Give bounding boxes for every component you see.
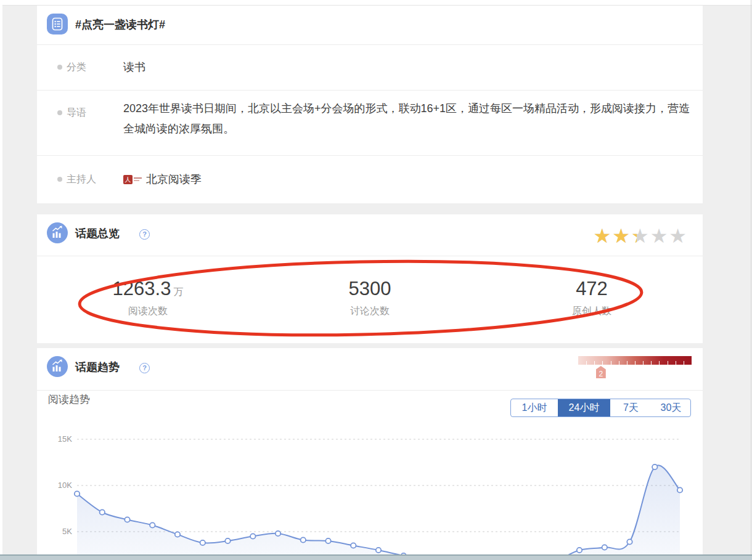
overview-help-icon[interactable]: ? [139,229,150,240]
trend-card-header: 话题趋势 ? 2 [37,348,703,387]
gauge-tick-icon [668,361,668,365]
lead-label: 导语 [67,107,86,120]
discussions-label: 讨论次数 [259,305,481,318]
stat-originals: 472 原创人数 [481,256,703,343]
data-point-marker [652,465,657,469]
data-point-marker [175,532,180,537]
data-point-marker [75,491,80,496]
data-point-marker [150,522,155,527]
seal-text-lines-icon [134,177,142,181]
data-point-marker [301,537,306,542]
gauge-tick-icon [602,361,603,365]
chart-stats-icon [47,222,68,243]
lead-text: 2023年世界读书日期间，北京以主会场+分会场的形式，联动16+1区，通过每区一… [123,99,695,139]
host-name[interactable]: 北京阅读季 [146,172,202,187]
originals-label: 原创人数 [481,305,703,318]
overview-title: 话题总览 [75,214,120,253]
gauge-tick-icon [676,361,676,365]
stat-discussions: 5300 讨论次数 [259,256,481,343]
topic-trend-card: 话题趋势 ? 2 阅读趋势 1小时 24小时 7天 30天 5K10K15K [37,348,703,560]
gauge-tick-icon [684,361,684,365]
chart-trend-icon [47,356,68,377]
stat-reads: 1263.3万 阅读次数 [37,256,259,343]
topic-list-icon [47,14,68,34]
topic-overview-card: 话题总览 ? ★★★★★ ★★★★★ 1263.3万 阅读次数 5300 讨论次… [37,214,703,343]
read-trend-line-chart: 5K10K15K [37,425,703,560]
data-point-marker [225,538,230,543]
trend-help-icon[interactable]: ? [139,363,150,373]
data-point-marker [276,531,280,536]
window-left-edge [0,0,2,560]
data-point-marker [602,545,607,550]
svg-text:10K: 10K [58,481,72,490]
bullet-icon [57,65,62,70]
beijing-reading-season-seal-icon: 人 [123,175,133,184]
gauge-tick-icon [594,361,595,365]
data-point-marker [200,540,205,545]
gauge-tick-icon [659,361,660,365]
tab-30day[interactable]: 30天 [652,399,690,416]
analytics-page: #点亮一盏读书灯# 分类 读书 导语 2023年世界读书日期间，北京以主会场+分… [0,0,752,560]
discussions-value: 5300 [349,278,391,299]
overview-card-header: 话题总览 ? ★★★★★ ★★★★★ [37,214,703,253]
topic-title: #点亮一盏读书灯# [75,6,165,44]
bullet-icon [57,110,62,115]
window-bottom-scrollbar[interactable] [0,554,752,560]
tab-7day[interactable]: 7天 [610,399,652,416]
gauge-tick-icon [611,361,611,365]
category-value: 读书 [123,60,145,75]
host-link[interactable]: 人 北京阅读季 [123,172,202,187]
data-point-marker [125,517,129,522]
topic-row-lead: 导语 2023年世界读书日期间，北京以主会场+分会场的形式，联动16+1区，通过… [37,90,703,155]
tab-1hour[interactable]: 1小时 [511,399,558,416]
window-top-edge [0,0,752,6]
topic-info-card: #点亮一盏读书灯# 分类 读书 导语 2023年世界读书日期间，北京以主会场+分… [37,6,703,203]
svg-text:15K: 15K [58,434,72,444]
stars-filled: ★★★★★ [594,225,637,246]
gauge-tick-icon [635,361,636,365]
gauge-tick-icon [619,361,619,365]
data-point-marker [376,548,381,553]
category-label: 分类 [67,61,86,74]
read-trend-label: 阅读趋势 [48,392,90,407]
topic-card-header: #点亮一盏读书灯# [37,6,703,44]
data-point-marker [100,509,105,514]
reads-label: 阅读次数 [37,305,259,318]
time-range-tabs: 1小时 24小时 7天 30天 [510,399,691,417]
data-point-marker [325,538,330,543]
heat-gauge-marker: 2 [596,366,606,378]
data-point-marker [351,543,356,548]
data-point-marker [677,487,682,492]
data-point-marker [627,539,632,544]
bullet-icon [57,177,62,182]
originals-value: 472 [576,278,608,299]
window-right-edge [751,0,751,560]
data-point-marker [577,548,582,553]
data-point-marker [250,534,255,538]
gauge-tick-icon [651,361,652,365]
heat-gauge [578,356,692,365]
tab-24hour[interactable]: 24小时 [558,399,610,416]
topic-row-host: 主持人 人 北京阅读季 [37,155,703,203]
gauge-tick-icon [627,361,627,365]
host-label: 主持人 [67,173,96,186]
divider [37,390,703,391]
trend-title: 话题趋势 [75,348,120,387]
star-rating: ★★★★★ ★★★★★ [594,225,688,246]
gauge-tick-icon [643,361,644,365]
topic-row-category: 分类 读书 [37,44,703,90]
svg-text:5K: 5K [62,527,72,536]
gauge-tick-icon [586,361,587,365]
reads-value: 1263.3 [113,278,171,299]
overview-stats: 1263.3万 阅读次数 5300 讨论次数 472 原创人数 [37,256,703,343]
reads-unit: 万 [173,286,183,297]
